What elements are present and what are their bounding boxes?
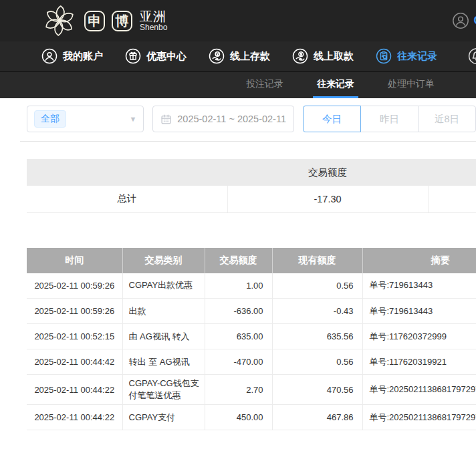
brand-char-bo: 博	[112, 11, 132, 31]
cell-time: 2025-02-11 00:44:22	[27, 375, 122, 405]
col-header-balance: 现有额度	[272, 248, 362, 273]
brand-region-en: Shenbo	[140, 23, 167, 32]
nav-item-deposit[interactable]: 线上存款	[209, 48, 270, 64]
summary-header-blank2	[428, 159, 476, 186]
deposit-icon	[209, 48, 225, 64]
nav-label: 往来记录	[397, 50, 437, 63]
cell-amount: -470.00	[205, 349, 272, 375]
col-header-amount: 交易额度	[205, 248, 272, 273]
nav-label: 线上取款	[314, 50, 354, 63]
table-row: 2025-02-11 00:59:26 出款 -636.00 -0.43 单号:…	[27, 299, 476, 324]
cell-memo: 单号:2025021138681797297	[362, 405, 476, 430]
cell-memo: 单号:117620319921	[362, 349, 476, 375]
cell-memo: 单号:117620372999	[362, 324, 476, 349]
cell-balance: -0.43	[272, 299, 362, 324]
summary-total-value: -17.30	[227, 186, 428, 212]
table-row: 2025-02-11 00:44:42 转出 至 AG视讯 -470.00 0.…	[27, 349, 476, 375]
tab-transaction-records[interactable]: 往来记录	[313, 72, 358, 98]
user-icon	[41, 48, 57, 64]
col-header-memo: 摘要	[362, 248, 476, 273]
today-button[interactable]: 今日	[303, 106, 361, 132]
date-range-value: 2025-02-11 ~ 2025-02-11	[177, 114, 286, 124]
yesterday-button[interactable]: 昨日	[360, 106, 419, 132]
last-8-days-button[interactable]: 近8日	[418, 106, 476, 132]
cell-type: CGPAY支付	[122, 405, 205, 430]
brand-region: 亚洲 Shenbo	[140, 10, 167, 32]
summary-table: 交易额度 总计 -17.30	[27, 159, 476, 213]
filter-bar: 全部 ▼ 2025-02-11 ~ 2025-02-11 今日 昨日 近8日	[0, 98, 476, 132]
cell-amount: 635.00	[205, 324, 272, 349]
records-icon	[376, 48, 392, 64]
cell-amount: 450.00	[205, 405, 272, 430]
cell-amount: 2.70	[205, 375, 272, 405]
table-row: 2025-02-11 00:44:22 CGPAY-CG钱包支付笔笔送优惠 2.…	[27, 375, 476, 405]
summary-total-extra	[428, 186, 476, 212]
nav-label: 线上存款	[230, 50, 270, 63]
cell-balance: 470.56	[272, 375, 362, 405]
summary-header-blank	[27, 159, 227, 186]
cell-balance: 467.86	[272, 405, 362, 430]
nav-label: 优惠中心	[146, 50, 187, 63]
summary-header-row: 交易额度	[27, 159, 476, 186]
cell-amount: 1.00	[205, 273, 272, 299]
tab-betting-records[interactable]: 投注记录	[242, 72, 287, 98]
main-nav: 我的账户 优惠中心 线上存款 线上取款	[0, 41, 476, 72]
type-select[interactable]: 全部 ▼	[27, 106, 144, 132]
cell-memo: 单号:719613443	[362, 273, 476, 299]
section-divider	[20, 141, 476, 142]
flower-logo-icon	[41, 3, 78, 39]
cell-type: CGPAY-CG钱包支付笔笔送优惠	[122, 375, 205, 405]
cell-balance: 635.56	[272, 324, 362, 349]
cell-time: 2025-02-11 00:52:15	[27, 324, 122, 349]
nav-item-notifications[interactable]	[468, 47, 476, 65]
cell-time: 2025-02-11 00:44:42	[27, 349, 122, 375]
records-table: 时间 交易类别 交易额度 现有额度 摘要 2025-02-11 00:59:26…	[27, 248, 476, 431]
summary-total-row: 总计 -17.30	[27, 186, 476, 212]
cell-memo: 单号:719613443	[362, 299, 476, 324]
cell-balance: 0.56	[272, 349, 362, 375]
cell-type: 由 AG视讯 转入	[122, 324, 205, 349]
col-header-type: 交易类别	[122, 248, 205, 273]
records-header-row: 时间 交易类别 交易额度 现有额度 摘要	[27, 248, 476, 273]
col-header-time: 时间	[27, 248, 122, 273]
username-text: C	[473, 15, 476, 27]
account-area[interactable]: C	[452, 12, 476, 29]
type-tag[interactable]: 全部	[34, 110, 66, 128]
top-header: 申 博 亚洲 Shenbo C	[0, 0, 476, 41]
gift-icon	[125, 48, 141, 64]
bell-icon	[468, 47, 476, 65]
avatar-icon	[452, 12, 469, 29]
cell-time: 2025-02-11 00:44:22	[27, 405, 122, 430]
nav-item-withdraw[interactable]: 线上取款	[292, 48, 354, 64]
cell-amount: -636.00	[205, 299, 272, 324]
cell-type: CGPAY出款优惠	[122, 273, 205, 299]
chevron-down-icon: ▼	[129, 115, 136, 123]
nav-label: 我的账户	[63, 50, 103, 63]
nav-item-my-account[interactable]: 我的账户	[41, 48, 103, 64]
table-row: 2025-02-11 00:52:15 由 AG视讯 转入 635.00 635…	[27, 324, 476, 349]
tab-pending-orders[interactable]: 处理中订单	[384, 72, 439, 98]
date-range-picker[interactable]: 2025-02-11 ~ 2025-02-11	[152, 106, 294, 132]
summary-total-label: 总计	[27, 186, 227, 212]
table-row: 2025-02-11 00:59:26 CGPAY出款优惠 1.00 0.56 …	[27, 273, 476, 299]
nav-item-transaction-records[interactable]: 往来记录	[376, 48, 437, 64]
cell-type: 出款	[122, 299, 205, 324]
brand-logo[interactable]: 申 博 亚洲 Shenbo	[41, 3, 167, 39]
brand-region-cn: 亚洲	[140, 10, 167, 23]
summary-header-amount: 交易额度	[227, 159, 428, 186]
cell-time: 2025-02-11 00:59:26	[27, 299, 122, 324]
cell-balance: 0.56	[272, 273, 362, 299]
calendar-icon	[160, 114, 172, 125]
brand-char-shen: 申	[84, 11, 105, 31]
cell-memo: 单号:2025021138681797297	[362, 375, 476, 405]
records-tab-bar: 投注记录 往来记录 处理中订单	[0, 72, 476, 98]
table-row: 2025-02-11 00:44:22 CGPAY支付 450.00 467.8…	[27, 405, 476, 430]
nav-item-promotions[interactable]: 优惠中心	[125, 48, 187, 64]
cell-time: 2025-02-11 00:59:26	[27, 273, 122, 299]
cell-type: 转出 至 AG视讯	[122, 349, 205, 375]
withdraw-icon	[292, 48, 308, 64]
quick-range-buttons: 今日 昨日 近8日	[303, 106, 476, 132]
